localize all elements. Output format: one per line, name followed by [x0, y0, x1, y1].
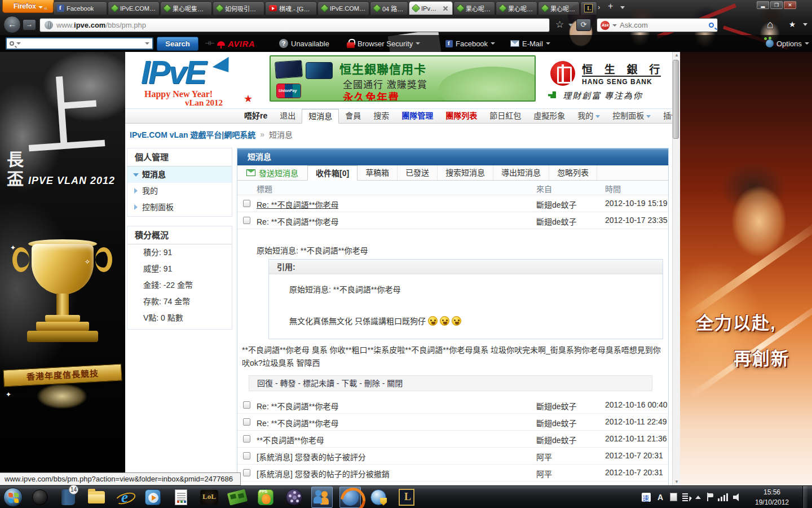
browser-security-item[interactable]: Browser Security [347, 35, 420, 52]
nav-plugins[interactable]: 插件 [657, 109, 672, 123]
search-options-dropdown-icon[interactable] [16, 42, 21, 45]
nav-pm-active[interactable]: 短消息 [302, 109, 339, 124]
tab-forum-thread[interactable]: 果心呢隻契... [160, 1, 212, 15]
tab-lol[interactable] [580, 1, 597, 15]
row-checkbox[interactable] [243, 418, 250, 426]
ime-doc-icon[interactable] [682, 493, 690, 501]
nav-team-manage[interactable]: 團隊管理 [395, 109, 439, 123]
nav-search[interactable]: 搜索 [367, 109, 395, 123]
taskbar-contacts-app[interactable] [311, 487, 333, 508]
taskbar-media-player[interactable] [142, 487, 164, 508]
action-delete[interactable]: 刪除 [364, 379, 380, 388]
tab-scroll-right-icon[interactable]: › [598, 3, 600, 11]
reload-button[interactable]: ⟳ [576, 19, 591, 31]
action-reply[interactable]: 回復 [257, 379, 273, 388]
breadcrumb-site-link[interactable]: IPvE.COM vLan 遊戲平台|網吧系統 [130, 129, 255, 140]
network-signal-icon[interactable] [718, 493, 728, 501]
tab-ipve[interactable]: IPvE.COM ... [317, 1, 369, 15]
facebook-toolbar-item[interactable]: Facebook [445, 35, 495, 52]
nav-control-panel[interactable]: 控制面板 [606, 109, 657, 123]
email-toolbar-item[interactable]: E-Mail [510, 35, 550, 52]
tab-forum-board[interactable]: 04 路人區... [370, 1, 408, 15]
taskbar-dark-app[interactable] [29, 487, 51, 508]
tab-scroll-left-icon[interactable]: « [44, 5, 50, 11]
taskbar-firefox[interactable] [339, 487, 361, 508]
dropdown-arrow-icon[interactable] [416, 42, 420, 45]
tab-forum-thread[interactable]: 果心呢隻契... [496, 1, 537, 15]
search-bar[interactable] [597, 18, 718, 32]
taskbar-clock[interactable]: 15:56 19/10/2012 [751, 487, 793, 507]
toolbar-search-box[interactable] [6, 37, 153, 50]
message-title-link[interactable]: Re: **不良詞語**你老母 [257, 199, 338, 210]
nav-avatar[interactable]: 虛擬形象 [527, 109, 571, 123]
site-logo[interactable]: IPvE Happy New Year! vLan 2012 ★ [131, 52, 266, 107]
tab-ignore-list[interactable]: 忽略列表 [549, 165, 597, 180]
dropdown-arrow-icon[interactable] [805, 42, 809, 45]
row-checkbox[interactable] [243, 435, 250, 443]
tab-forum-thread[interactable]: 果心呢隻契... [538, 1, 580, 15]
tab-drafts[interactable]: 草稿箱 [358, 165, 398, 180]
nav-logout[interactable]: 退出 [273, 109, 302, 123]
row-checkbox[interactable] [243, 200, 250, 207]
dropdown-arrow-icon[interactable] [491, 42, 495, 45]
list-all-tabs-icon[interactable] [620, 6, 625, 9]
taskbar-movie-app[interactable] [283, 487, 304, 508]
engine-dropdown-icon[interactable] [612, 24, 617, 27]
sidebar-item-control-panel[interactable]: 控制面板 [127, 199, 232, 216]
nav-username[interactable]: 唔好re [238, 109, 273, 123]
message-title-link[interactable]: [系統消息] 您發表的帖子被評分 [257, 451, 366, 462]
hang-seng-bank-logo-block[interactable]: 恒 生 銀 行 HANG SENG BANK 理財創富 專注為你 [540, 55, 669, 104]
taskbar-explorer[interactable] [86, 487, 107, 508]
bookmark-star-icon[interactable]: ☆ [555, 19, 564, 30]
taskbar-calendar-book[interactable]: 14 [58, 487, 79, 508]
forward-button[interactable] [23, 19, 36, 30]
close-tab-icon[interactable] [442, 5, 449, 12]
sidebar-item-mine[interactable]: 我的 [127, 183, 232, 199]
search-history-dropdown-icon[interactable] [145, 42, 149, 45]
tab-forum-thread[interactable]: 果心呢隻契... [453, 1, 495, 15]
tab-youtube[interactable]: 棋魂.-.[Get... [265, 1, 317, 15]
back-button[interactable] [3, 16, 21, 33]
taskbar-internet-explorer[interactable] [114, 487, 135, 508]
nav-red-packet[interactable]: 節日紅包 [483, 109, 527, 123]
nav-team-list[interactable]: 團隊列表 [439, 109, 483, 123]
message-title-link[interactable]: Re: **不良詞語**你老母 [257, 400, 338, 411]
banner-ad[interactable]: 恒生銀聯信用卡 全國通行 激賺獎賞 永久免年費 [270, 55, 536, 102]
start-orb[interactable] [3, 488, 23, 507]
restore-button[interactable]: ❐ [770, 1, 783, 9]
ask-engine-icon[interactable] [601, 21, 610, 30]
scroll-down-icon[interactable]: ▼ [674, 479, 679, 485]
action-download[interactable]: 下載 [341, 379, 357, 388]
tab-export-pm[interactable]: 導出短消息 [493, 165, 549, 180]
web-search-input[interactable] [620, 21, 706, 29]
dropdown-arrow-icon[interactable] [546, 42, 550, 45]
message-title-link[interactable]: [系統消息] 您發表的帖子的評分被撤銷 [257, 468, 390, 479]
row-checkbox[interactable] [243, 452, 250, 459]
taskbar-league-client[interactable] [396, 487, 417, 508]
taskbar-lol-launcher[interactable] [198, 487, 220, 508]
sidebar-item-pm[interactable]: 短消息 [127, 167, 232, 183]
action-forward[interactable]: 轉發 [280, 379, 295, 388]
site-identity-globe-icon[interactable] [45, 21, 53, 29]
row-checkbox[interactable] [243, 401, 250, 409]
avira-toolbar-item[interactable]: AVIRA [217, 35, 255, 52]
bookmark-dropdown-icon[interactable] [568, 24, 573, 27]
search-icon[interactable] [709, 23, 714, 28]
minimize-button[interactable]: ▂ [757, 1, 769, 9]
toolbar-search-button[interactable]: Search [157, 37, 198, 51]
close-button[interactable]: ✕ [784, 1, 796, 9]
message-title-link[interactable]: **不良詞語**你老母 [257, 434, 324, 445]
tab-search-pm[interactable]: 搜索短消息 [438, 165, 493, 180]
action-mark-unread[interactable]: 標記未讀 [303, 379, 334, 388]
tab-active-ipve-pm[interactable]: IPvE.CO... [409, 1, 453, 15]
show-desktop-button[interactable] [802, 486, 807, 508]
row-checkbox[interactable] [243, 469, 250, 476]
hidden-icons-arrow[interactable] [695, 496, 701, 499]
tab-inbox[interactable]: 收件箱[0] [307, 165, 358, 181]
url-bar[interactable]: www.ipve.com/bbs/pm.php [39, 18, 550, 32]
action-close[interactable]: 關閉 [387, 379, 403, 388]
tab-sent[interactable]: 已發送 [398, 165, 438, 180]
scrollbar-thumb[interactable] [673, 60, 679, 139]
taskbar-notepad[interactable] [170, 487, 192, 508]
message-title-link[interactable]: Re: **不良詞語**你老母 [257, 216, 338, 227]
